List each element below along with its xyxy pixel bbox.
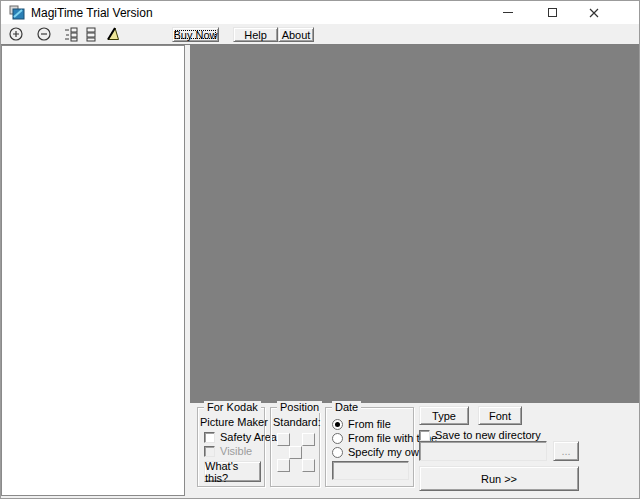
thumbnail-list-icon[interactable]: [63, 26, 79, 42]
close-icon: [589, 8, 599, 18]
position-group: Position Standard:: [270, 407, 320, 487]
position-group-title: Position: [277, 401, 322, 413]
browse-label: ...: [561, 445, 570, 457]
maximize-icon: [548, 8, 557, 17]
directory-path-input[interactable]: [419, 441, 547, 461]
date-from-file-option[interactable]: From file: [332, 418, 391, 430]
file-list-panel[interactable]: [1, 45, 185, 496]
type-label: Type: [432, 410, 456, 422]
kodak-group-title: For Kodak: [204, 401, 261, 413]
help-button[interactable]: Help: [233, 27, 278, 42]
control-panel: For Kodak Picture Maker Safety Area Visi…: [189, 403, 639, 498]
position-bottom-left-button[interactable]: [277, 459, 290, 472]
save-directory-checkbox[interactable]: [419, 430, 430, 441]
position-bottom-right-button[interactable]: [302, 459, 315, 472]
date-specify-own-label: Specify my own: [348, 446, 425, 458]
minimize-icon: [503, 12, 513, 13]
safety-area-label: Safety Area: [220, 431, 277, 443]
about-label: About: [282, 29, 311, 41]
zoom-in-icon[interactable]: [8, 26, 24, 42]
date-from-file-time-radio[interactable]: [332, 433, 343, 444]
save-directory-label: Save to new directory: [435, 429, 541, 441]
image-preview-area[interactable]: [190, 45, 639, 403]
save-directory-checkbox-row[interactable]: Save to new directory: [419, 429, 541, 441]
position-top-right-button[interactable]: [302, 433, 315, 446]
minimize-button[interactable]: [489, 1, 527, 24]
angle-tool-icon[interactable]: [105, 26, 121, 42]
date-from-file-label: From file: [348, 418, 391, 430]
help-label: Help: [244, 29, 267, 41]
stacked-list-icon[interactable]: [83, 26, 99, 42]
date-specify-own-option[interactable]: Specify my own: [332, 446, 425, 458]
visible-checkbox-row: Visible: [204, 445, 252, 457]
window-title: MagiTime Trial Version: [31, 6, 153, 20]
safety-area-checkbox[interactable]: [204, 432, 215, 443]
app-window: MagiTime Trial Version: [0, 0, 640, 499]
date-specify-own-radio[interactable]: [332, 447, 343, 458]
buy-now-button[interactable]: Buy Now: [172, 27, 219, 42]
kodak-group: For Kodak Picture Maker Safety Area Visi…: [197, 407, 265, 487]
browse-button[interactable]: ...: [553, 441, 579, 461]
close-button[interactable]: [575, 1, 613, 24]
type-button[interactable]: Type: [419, 406, 469, 425]
position-top-left-button[interactable]: [277, 433, 290, 446]
about-button[interactable]: About: [278, 27, 314, 42]
visible-label: Visible: [220, 445, 252, 457]
font-button[interactable]: Font: [478, 406, 522, 425]
kodak-group-subtitle: Picture Maker: [200, 416, 268, 428]
visible-checkbox: [204, 446, 215, 457]
whats-this-label: What's this?: [205, 460, 260, 484]
zoom-out-icon[interactable]: [36, 26, 52, 42]
app-icon: [9, 5, 25, 21]
date-from-file-radio[interactable]: [332, 419, 343, 430]
whats-this-button[interactable]: What's this?: [204, 461, 261, 482]
date-group: Date From file From file with time Speci…: [325, 407, 414, 487]
title-bar: MagiTime Trial Version: [1, 1, 639, 24]
toolbar: Buy Now Help About: [1, 24, 639, 45]
position-standard-label: Standard:: [273, 416, 321, 428]
safety-area-checkbox-row[interactable]: Safety Area: [204, 431, 277, 443]
maximize-button[interactable]: [533, 1, 571, 24]
date-group-title: Date: [332, 401, 361, 413]
run-button[interactable]: Run >>: [419, 466, 579, 491]
run-label: Run >>: [481, 473, 517, 485]
custom-date-input[interactable]: [332, 461, 409, 480]
font-label: Font: [489, 410, 511, 422]
buy-now-label: Buy Now: [173, 29, 217, 41]
position-center-button[interactable]: [289, 446, 302, 459]
